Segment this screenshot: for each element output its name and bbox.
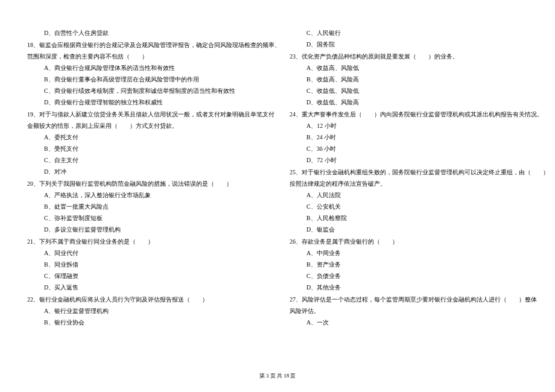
q18-stem: 18、银监会应根据商业银行的合规记录及合规风险管理评报告，确定合同风险现场检查的… [27,39,278,51]
q22-opt-b: B、银行业协会 [27,317,278,328]
q21-opt-d: D、买入返售 [27,282,278,293]
q25-opt-a: A、人民法院 [290,189,540,201]
q27-stem-b: 风险评估。 [290,305,540,317]
q20-stem: 20、下列关于我国银行监管机构防范金融风险的措施，说法错误的是（ ） [27,178,278,189]
q18-opt-d: D、商业银行合规管理智能的独立性和权威性 [27,96,278,108]
q25-stem: 25、对于银行业金融机构重组失败的，国务院银行业监督管理机构可以决定终止重组，由… [290,166,540,178]
q22-stem: 22、银行业金融机构应将从业人员行为守则及评估报告报送（ ） [27,294,278,305]
q22-opt-a: A、银行业监督管理机构 [27,305,278,317]
q21-opt-a: A、同业代付 [27,247,278,259]
q25-opt-d: D、银监会 [290,224,540,235]
q19-opt-c: C、自主支付 [27,154,278,166]
q20-opt-b: B、处置一批重大风险点 [27,201,278,212]
page-content: D、自营性个人住房贷款 18、银监会应根据商业银行的合规记录及合规风险管理评报告… [27,27,528,328]
q18-opt-c: C、商业银行绩效考核制度，问责制度和诚信举报制度的适当性和有效性 [27,85,278,96]
q24-opt-a: A、12 小时 [290,120,540,131]
q17-opt-d: D、自营性个人住房贷款 [27,27,278,39]
q20-opt-d: D、多设立银行监督管理机构 [27,224,278,235]
q19-stem-b: 金额较大的情形，原则上应采用（ ）方式支付贷款。 [27,120,278,131]
q26-opt-d: D、其他业务 [290,282,540,293]
q20-opt-c: C、弥补监管制度短板 [27,212,278,224]
right-column: C、人民银行 D、国务院 23、优化资产负债品种结构的原则就是要发展（ ）的业务… [290,27,540,328]
q25-opt-b: C、公安机关 [290,201,540,212]
q23-opt-a: A、收益高、风险低 [290,62,540,74]
left-column: D、自营性个人住房贷款 18、银监会应根据商业银行的合规记录及合规风险管理评报告… [27,27,278,328]
q23-opt-d: D、收益低、风险高 [290,96,540,108]
q21-opt-c: C、保理融资 [27,270,278,282]
q26-opt-c: C、负债业务 [290,270,540,282]
q21-opt-b: B、同业拆借 [27,259,278,270]
q23-opt-c: C、收益低、风险低 [290,85,540,96]
q22-opt-c: C、人民银行 [290,27,540,39]
q18-opt-a: A、商业银行合规风险管理体系的适当性和有效性 [27,62,278,74]
q24-opt-c: C、36 小时 [290,143,540,154]
q26-stem: 26、存款业务是属于商业银行的（ ） [290,236,540,247]
q19-opt-a: A、委托支付 [27,131,278,143]
q24-opt-d: D、72 小时 [290,154,540,166]
q19-opt-b: B、受托支付 [27,143,278,154]
q18-stem-b: 范围和深度，检查的主要内容不包括（ ） [27,51,278,62]
q27-stem: 27、风险评估是一个动态过程，每个监管周期至少要对银行业金融机构法人进行（ ）整… [290,294,540,305]
q27-opt-a: A、一次 [290,317,540,328]
q18-opt-b: B、商业银行董事会和高级管理层在合规风险管理中的作用 [27,74,278,85]
q24-opt-b: B、24 小时 [290,131,540,143]
q23-stem: 23、优化资产负债品种结构的原则就是要发展（ ）的业务。 [290,51,540,62]
q25-opt-c: B、人民检察院 [290,212,540,224]
q23-opt-b: B、收益高、风险高 [290,74,540,85]
q20-opt-a: A、严格执法，深入整治银行业市场乱象 [27,189,278,201]
q25-stem-b: 按照法律规定的程序依法宣告破产。 [290,178,540,189]
q26-opt-b: B、资产业务 [290,259,540,270]
q24-stem: 24、重大声誉事件发生后（ ）内向国务院银行业监督管理机构或其派出机构报告有关情… [290,109,540,120]
page-footer: 第 3 页 共 18 页 [0,372,555,380]
q21-stem: 21、下列不属于商业银行同业业务的是（ ） [27,236,278,247]
q19-stem: 19、对于与借款人新建立信贷业务关系且借款人信用状况一般，或者支付对象明确且单笔… [27,109,278,120]
q26-opt-a: A、中间业务 [290,247,540,259]
q19-opt-d: D、对冲 [27,166,278,177]
q22-opt-d: D、国务院 [290,39,540,50]
